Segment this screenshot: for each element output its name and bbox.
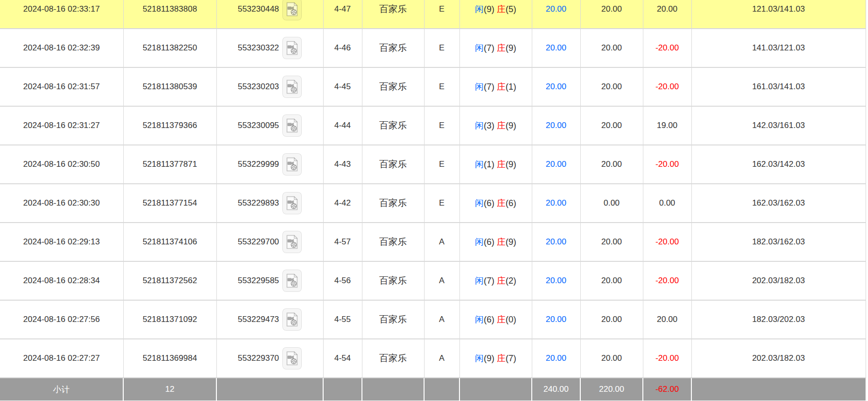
subtotal-winloss-total: -62.00 xyxy=(643,378,691,401)
video-replay-button[interactable] xyxy=(282,76,302,98)
table-letter: E xyxy=(424,0,459,29)
table-row-highlighted: 2024-08-16 02:33:17 521811383808 5532304… xyxy=(0,0,866,29)
shoe-round: 4-54 xyxy=(323,339,362,378)
video-replay-button[interactable] xyxy=(282,347,302,369)
player-label: 闲 xyxy=(475,4,484,14)
bet-id: 521811377154 xyxy=(123,184,216,223)
game-name: 百家乐 xyxy=(362,106,424,145)
game-result: 闲(9) 庄(7) xyxy=(459,339,532,378)
bet-id: 521811374106 xyxy=(123,223,216,261)
table-letter: E xyxy=(424,29,459,67)
video-replay-button[interactable] xyxy=(282,192,302,214)
bet-time: 2024-08-16 02:28:34 xyxy=(0,261,123,300)
player-label: 闲 xyxy=(475,276,484,286)
bet-time: 2024-08-16 02:31:57 xyxy=(0,67,123,106)
film-document-icon xyxy=(286,41,298,55)
subtotal-empty-cell xyxy=(216,378,323,401)
player-score: (9) xyxy=(484,353,494,363)
film-document-icon xyxy=(286,157,298,172)
player-score: (6) xyxy=(484,237,494,247)
banker-label: 庄 xyxy=(497,82,506,92)
balance-before-after: 182.03/202.03 xyxy=(691,300,866,339)
subtotal-empty-cell xyxy=(691,378,866,401)
win-loss-amount: -20.00 xyxy=(643,339,691,378)
bet-amount-link[interactable]: 20.00 xyxy=(546,160,567,169)
bet-time: 2024-08-16 02:30:30 xyxy=(0,184,123,223)
shoe-round: 4-43 xyxy=(323,145,362,184)
game-id-cell: 553230095 xyxy=(216,106,323,145)
win-loss-amount: -20.00 xyxy=(643,29,691,67)
game-id-cell: 553230448 xyxy=(216,0,323,29)
bet-amount-cell: 20.00 xyxy=(532,339,580,378)
bet-amount-link[interactable]: 20.00 xyxy=(546,237,567,246)
bet-amount-link[interactable]: 20.00 xyxy=(546,315,567,324)
game-id: 553229893 xyxy=(238,198,279,208)
banker-score: (6) xyxy=(506,198,516,208)
video-replay-button[interactable] xyxy=(282,0,302,20)
bet-amount-link[interactable]: 20.00 xyxy=(546,4,567,14)
bet-amount-cell: 20.00 xyxy=(532,223,580,261)
player-label: 闲 xyxy=(475,198,484,208)
game-result: 闲(3) 庄(9) xyxy=(459,106,532,145)
bet-amount-link[interactable]: 20.00 xyxy=(546,276,567,285)
bet-time: 2024-08-16 02:31:27 xyxy=(0,106,123,145)
win-loss-amount: -20.00 xyxy=(643,261,691,300)
balance-before-after: 142.03/161.03 xyxy=(691,106,866,145)
banker-score: (7) xyxy=(506,353,516,363)
game-id-cell: 553229585 xyxy=(216,261,323,300)
bet-amount-cell: 20.00 xyxy=(532,106,580,145)
win-loss-amount: -20.00 xyxy=(643,145,691,184)
bet-amount-link[interactable]: 20.00 xyxy=(546,82,567,91)
player-score: (7) xyxy=(484,82,494,92)
balance-before-after: 202.03/182.03 xyxy=(691,261,866,300)
banker-label: 庄 xyxy=(497,237,506,247)
table-letter: E xyxy=(424,145,459,184)
banker-score: (9) xyxy=(506,121,516,130)
game-name: 百家乐 xyxy=(362,29,424,67)
balance-before-after: 202.03/182.03 xyxy=(691,339,866,378)
video-replay-button[interactable] xyxy=(282,37,302,59)
bet-amount-link[interactable]: 20.00 xyxy=(546,198,567,208)
bet-time: 2024-08-16 02:30:50 xyxy=(0,145,123,184)
table-letter: A xyxy=(424,300,459,339)
shoe-round: 4-46 xyxy=(323,29,362,67)
video-replay-button[interactable] xyxy=(282,270,302,292)
bet-amount-link[interactable]: 20.00 xyxy=(546,121,567,130)
banker-label: 庄 xyxy=(497,160,506,169)
banker-label: 庄 xyxy=(497,43,506,53)
shoe-round: 4-55 xyxy=(323,300,362,339)
video-replay-button[interactable] xyxy=(282,308,302,331)
bet-amount-link[interactable]: 20.00 xyxy=(546,43,567,52)
film-document-icon xyxy=(286,273,298,288)
win-loss-amount: 20.00 xyxy=(643,300,691,339)
bet-amount-link[interactable]: 20.00 xyxy=(546,353,567,363)
player-label: 闲 xyxy=(475,353,484,363)
subtotal-empty-cell xyxy=(362,378,424,401)
bet-amount-cell: 20.00 xyxy=(532,145,580,184)
balance-before-after: 161.03/141.03 xyxy=(691,67,866,106)
film-document-icon xyxy=(286,235,298,249)
game-id-cell: 553229893 xyxy=(216,184,323,223)
player-label: 闲 xyxy=(475,121,484,130)
table-row: 2024-08-16 02:31:57 521811380539 5532302… xyxy=(0,67,866,106)
game-id-cell: 553229999 xyxy=(216,145,323,184)
player-score: (3) xyxy=(484,121,494,130)
bet-id: 521811379366 xyxy=(123,106,216,145)
win-loss-amount: 19.00 xyxy=(643,106,691,145)
table-row: 2024-08-16 02:31:27 521811379366 5532300… xyxy=(0,106,866,145)
game-id-cell: 553229370 xyxy=(216,339,323,378)
records-viewport: 2024-08-16 02:33:17 521811383808 5532304… xyxy=(0,0,868,401)
bet-id: 521811372562 xyxy=(123,261,216,300)
balance-before-after: 162.03/142.03 xyxy=(691,145,866,184)
banker-label: 庄 xyxy=(497,198,506,208)
video-replay-button[interactable] xyxy=(282,153,302,176)
video-replay-button[interactable] xyxy=(282,114,302,137)
player-label: 闲 xyxy=(475,43,484,53)
game-id: 553229585 xyxy=(238,276,279,285)
bet-time: 2024-08-16 02:27:27 xyxy=(0,339,123,378)
subtotal-bet-total: 240.00 xyxy=(532,378,580,401)
game-id: 553229700 xyxy=(238,237,279,246)
game-name: 百家乐 xyxy=(362,223,424,261)
video-replay-button[interactable] xyxy=(282,231,302,253)
film-document-icon xyxy=(286,312,298,327)
